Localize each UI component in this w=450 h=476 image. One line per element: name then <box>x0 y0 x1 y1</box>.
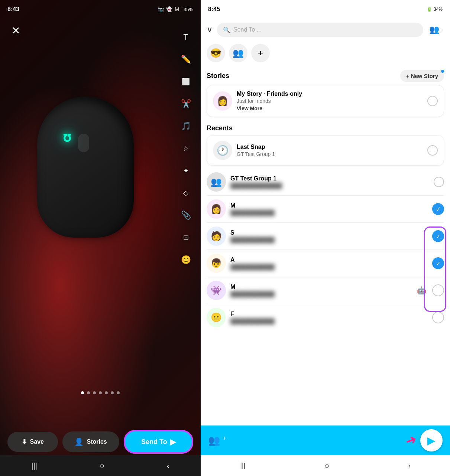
contact-m2-info: M ████████████ <box>230 284 412 297</box>
status-bar-left: 8:43 📷 👻 M 35% <box>0 0 201 19</box>
dot-1 <box>81 391 84 394</box>
link-tool-button[interactable]: 📎 <box>178 208 193 223</box>
dot-7 <box>117 391 120 394</box>
status-icons-left: 📷 👻 M 35% <box>158 6 193 12</box>
status-time-left: 8:43 <box>7 6 19 13</box>
nav-recent-left[interactable]: ‹ <box>167 462 169 470</box>
add-friends-icon: 👥 <box>429 25 439 35</box>
filter-sunglasses-button[interactable]: 😎 <box>207 44 225 62</box>
status-time-right: 8:45 <box>208 6 220 13</box>
new-story-notification-dot <box>440 69 445 74</box>
left-toolbar: T ✏️ ⬜ ✂️ 🎵 ☆ ✦ ◇ 📎 ⊡ 😊 <box>178 30 193 267</box>
battery-text-right: 34% <box>434 7 443 12</box>
dot-4 <box>99 391 102 394</box>
contact-a-check[interactable]: ✓ <box>432 257 444 269</box>
new-story-button[interactable]: + New Story <box>400 70 444 82</box>
contact-f-avatar: 😐 <box>207 308 226 327</box>
last-snap-info: Last Snap GT Test Group 1 <box>237 144 423 157</box>
contact-m2-sub: ████████████ <box>230 291 275 297</box>
filter-friends-button[interactable]: 👥 <box>229 44 247 62</box>
save-button[interactable]: ⬇ Save <box>7 432 58 452</box>
nav-recent-right[interactable]: ‹ <box>408 462 411 470</box>
contact-row-s[interactable]: 🧑 S ████████████ ✓ <box>201 223 450 250</box>
group-name: GT Test Group 1 <box>230 175 429 182</box>
contact-row-m2[interactable]: 👾 M ████████████ 🤖 <box>201 277 450 304</box>
contact-s-check[interactable]: ✓ <box>432 230 444 242</box>
nav-back-left[interactable]: ||| <box>31 462 37 470</box>
contact-f-select[interactable] <box>432 312 444 323</box>
contact-m2-name: M <box>230 284 412 290</box>
dot-6 <box>111 391 114 394</box>
contact-a-avatar: 👦 <box>207 254 226 273</box>
gmail-icon: M <box>175 6 179 12</box>
filter-add-button[interactable]: + <box>251 44 270 62</box>
search-box[interactable]: 🔍 Send To ... <box>217 23 423 37</box>
contact-s-info: S ████████████ <box>230 229 428 243</box>
search-icon: 🔍 <box>223 26 230 33</box>
send-icon: ▶ <box>427 434 436 447</box>
view-more-link[interactable]: View More <box>237 105 423 111</box>
chevron-down-button[interactable]: ∨ <box>207 25 213 35</box>
my-story-name: My Story · Friends only <box>237 91 423 97</box>
face-tool-button[interactable]: 😊 <box>178 252 193 267</box>
mouse-scroll-wheel <box>78 134 89 152</box>
scissors-tool-button[interactable]: ✂️ <box>178 97 193 111</box>
battery-icon-right: 🔋 <box>427 7 432 12</box>
send-button[interactable]: ▶ <box>420 429 443 451</box>
download-icon: ⬇ <box>22 438 27 446</box>
my-story-card[interactable]: 👩 My Story · Friends only Just for frien… <box>207 85 444 117</box>
contact-a-info: A ████████████ <box>230 257 428 270</box>
contact-s-sub: ████████████ <box>230 237 275 243</box>
group-select[interactable] <box>434 177 444 187</box>
nav-home-left[interactable]: ○ <box>100 462 104 470</box>
add-friends-plus-icon: + <box>439 27 442 33</box>
recents-section-header: Recents <box>201 121 450 135</box>
music-tool-button[interactable]: 🎵 <box>178 119 193 134</box>
my-story-select[interactable] <box>427 96 438 106</box>
add-friends-button[interactable]: 👥 + <box>428 22 444 38</box>
search-placeholder: Send To ... <box>233 26 262 33</box>
sticker-tool-button[interactable]: ⬜ <box>178 74 193 89</box>
last-snap-select[interactable] <box>427 145 438 156</box>
my-story-subtitle: Just for friends <box>237 98 423 104</box>
contact-m2-select[interactable] <box>432 284 444 296</box>
effects-tool-button[interactable]: ☆ <box>178 141 193 156</box>
dots-indicator <box>81 391 120 394</box>
mouse-image <box>30 74 149 252</box>
bottom-add-friend-icon: 👥 <box>208 435 220 446</box>
contact-s-name: S <box>230 229 428 236</box>
last-snap-card[interactable]: 🕐 Last Snap GT Test Group 1 <box>207 135 444 166</box>
contact-m2-avatar: 👾 <box>207 281 226 300</box>
status-bar-right: 8:45 🔋 34% <box>201 0 450 19</box>
close-button[interactable]: ✕ <box>7 22 24 39</box>
snapchat-icon: 👻 <box>166 6 172 12</box>
stories-button[interactable]: 👤 Stories <box>62 431 119 452</box>
contact-m1-info: M ████████████ <box>230 202 428 216</box>
nav-bar-right: ||| ○ ‹ <box>201 455 450 476</box>
contact-m1-check[interactable]: ✓ <box>432 203 444 215</box>
contact-f-sub: ████████████ <box>230 318 275 324</box>
contact-row-a[interactable]: 👦 A ████████████ ✓ <box>201 250 450 277</box>
nav-back-right[interactable]: ||| <box>240 462 245 470</box>
eraser-tool-button[interactable]: ◇ <box>178 186 193 200</box>
bottom-add-friend-button[interactable]: 👥 + <box>208 434 226 446</box>
status-icons-right: 🔋 34% <box>427 7 443 12</box>
last-snap-subtitle: GT Test Group 1 <box>237 151 423 157</box>
contact-row-f[interactable]: 😐 F ████████████ <box>201 304 450 331</box>
contact-f-name: F <box>230 311 428 317</box>
contact-s-avatar: 🧑 <box>207 226 226 246</box>
recents-title: Recents <box>207 124 233 132</box>
mouse-body <box>37 97 134 238</box>
dot-2 <box>87 391 90 394</box>
nav-home-right[interactable]: ○ <box>324 461 329 471</box>
contact-row-m1[interactable]: 👩 M ████████████ ✓ <box>201 196 450 222</box>
contact-m1-sub: ████████████ <box>230 210 275 216</box>
send-to-button[interactable]: Send To ▶ <box>124 430 193 454</box>
bottom-bar-left: ⬇ Save 👤 Stories Send To ▶ <box>0 430 201 454</box>
text-tool-button[interactable]: T <box>178 30 193 45</box>
pencil-tool-button[interactable]: ✏️ <box>178 52 193 67</box>
crop-tool-button[interactable]: ⊡ <box>178 230 193 245</box>
magic-tool-button[interactable]: ✦ <box>178 163 193 178</box>
contact-row-group[interactable]: 👥 GT Test Group 1 ██████████████ <box>201 169 450 195</box>
left-panel: ʊ 8:43 📷 👻 M 35% ✕ T ✏️ ⬜ ✂️ 🎵 ☆ ✦ ◇ 📎 ⊡… <box>0 0 201 476</box>
